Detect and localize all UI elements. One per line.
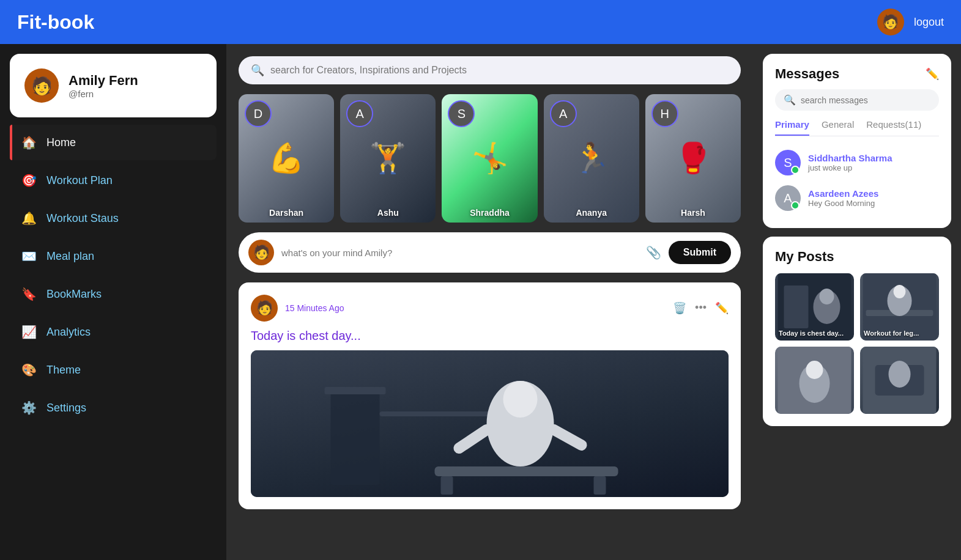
theme-icon: 🎨 bbox=[21, 362, 37, 378]
sidebar-item-label: BookMarks bbox=[46, 288, 102, 301]
my-post-label-2: Workout for leg... bbox=[864, 330, 935, 337]
profile-avatar: 🧑 bbox=[24, 68, 59, 103]
search-bar[interactable]: 🔍 bbox=[239, 56, 741, 84]
svg-point-13 bbox=[820, 289, 834, 304]
gym-illustration bbox=[251, 350, 729, 497]
workout-plan-icon: 🎯 bbox=[21, 172, 37, 188]
message-info-siddhartha: Siddhartha Sharma just woke up bbox=[808, 153, 939, 172]
creator-card-ashu[interactable]: 🏋️ A Ashu bbox=[340, 94, 436, 223]
edit-icon[interactable]: ✏️ bbox=[715, 301, 729, 315]
sidebar-item-meal-plan[interactable]: ✉️ Meal plan bbox=[10, 238, 217, 274]
sidebar-item-workout-status[interactable]: 🔔 Workout Staus bbox=[10, 201, 217, 236]
message-name-siddhartha: Siddhartha Sharma bbox=[808, 153, 939, 163]
svg-point-20 bbox=[806, 361, 823, 379]
svg-rect-11 bbox=[784, 286, 809, 328]
messages-header: Messages ✏️ bbox=[775, 66, 939, 82]
profile-handle: @fern bbox=[69, 89, 138, 99]
message-avatar-asardeen: A bbox=[775, 185, 801, 211]
creator-name-ashu: Ashu bbox=[340, 208, 436, 218]
svg-point-23 bbox=[889, 361, 911, 388]
post-card-meta: 15 Minutes Ago bbox=[285, 303, 666, 313]
my-post-thumb-2[interactable]: Workout for leg... bbox=[860, 273, 939, 341]
messages-edit-icon[interactable]: ✏️ bbox=[926, 67, 939, 81]
creators-row: 💪 D Darshan 🏋️ A Ashu 🤸 S Shraddha 🏃 A A… bbox=[239, 94, 741, 223]
tab-primary[interactable]: Primary bbox=[775, 119, 809, 136]
logout-button[interactable]: logout bbox=[914, 16, 944, 29]
sidebar-item-theme[interactable]: 🎨 Theme bbox=[10, 352, 217, 388]
messages-card: Messages ✏️ 🔍 Primary General Requests(1… bbox=[763, 54, 951, 228]
profile-info: Amily Fern @fern bbox=[69, 73, 138, 99]
messages-search[interactable]: 🔍 bbox=[775, 89, 939, 111]
creator-avatar-harsh: H bbox=[651, 100, 678, 127]
top-nav-right: 🧑 logout bbox=[877, 9, 944, 35]
top-nav: Fit-book 🧑 logout bbox=[0, 0, 961, 44]
messages-title: Messages bbox=[775, 66, 839, 82]
creator-name-shraddha: Shraddha bbox=[442, 208, 537, 218]
svg-rect-0 bbox=[331, 387, 380, 485]
sidebar-item-label: Meal plan bbox=[46, 250, 94, 263]
submit-button[interactable]: Submit bbox=[669, 241, 731, 264]
post-time: 15 Minutes Ago bbox=[285, 303, 666, 313]
creator-avatar-ashu: A bbox=[346, 100, 373, 127]
svg-rect-9 bbox=[594, 476, 606, 495]
app-logo: Fit-book bbox=[17, 11, 94, 34]
my-post-thumb-3[interactable] bbox=[775, 347, 854, 414]
creator-card-darshan[interactable]: 💪 D Darshan bbox=[239, 94, 334, 223]
post-user-avatar: 🧑 bbox=[248, 240, 274, 265]
message-item-asardeen[interactable]: A Asardeen Azees Hey Good Morning bbox=[775, 180, 939, 216]
profile-name: Amily Fern bbox=[69, 73, 138, 89]
delete-icon[interactable]: 🗑️ bbox=[673, 301, 686, 315]
attach-icon[interactable]: 📎 bbox=[646, 245, 661, 260]
my-post-label-1: Today is chest day... bbox=[779, 330, 850, 337]
svg-rect-2 bbox=[380, 411, 502, 416]
creator-card-harsh[interactable]: 🥊 H Harsh bbox=[645, 94, 741, 223]
tab-general[interactable]: General bbox=[822, 119, 854, 136]
sidebar-item-analytics[interactable]: 📈 Analytics bbox=[10, 314, 217, 350]
creator-name-darshan: Darshan bbox=[239, 208, 334, 218]
creator-card-ananya[interactable]: 🏃 A Ananya bbox=[544, 94, 639, 223]
center-panel: 🔍 💪 D Darshan 🏋️ A Ashu 🤸 S Shraddha 🏃 bbox=[226, 44, 753, 560]
search-icon: 🔍 bbox=[251, 64, 264, 77]
post-gym-img-4 bbox=[860, 347, 939, 414]
my-posts-title: My Posts bbox=[775, 249, 939, 265]
sidebar-item-bookmarks[interactable]: 🔖 BookMarks bbox=[10, 276, 217, 312]
avatar[interactable]: 🧑 bbox=[877, 9, 904, 35]
post-card-avatar: 🧑 bbox=[251, 295, 278, 322]
sidebar-item-label: Workout Staus bbox=[46, 212, 119, 225]
creator-avatar-ananya: A bbox=[550, 100, 577, 127]
post-title: Today is chest day... bbox=[251, 329, 729, 343]
message-name-asardeen: Asardeen Azees bbox=[808, 188, 939, 199]
svg-line-5 bbox=[459, 430, 487, 448]
creator-name-harsh: Harsh bbox=[645, 208, 741, 218]
svg-point-4 bbox=[503, 381, 538, 418]
settings-icon: ⚙️ bbox=[21, 400, 37, 416]
sidebar-item-settings[interactable]: ⚙️ Settings bbox=[10, 390, 217, 426]
my-post-thumb-1[interactable]: Today is chest day... bbox=[775, 273, 854, 341]
post-gym-img-3 bbox=[775, 347, 854, 414]
right-panel: Messages ✏️ 🔍 Primary General Requests(1… bbox=[753, 44, 961, 560]
sidebar-item-label: Theme bbox=[46, 364, 81, 377]
more-icon[interactable]: ••• bbox=[695, 301, 707, 315]
sidebar-item-label: Settings bbox=[46, 402, 86, 414]
my-posts-card: My Posts Today is chest day... bbox=[763, 237, 951, 426]
posts-grid: Today is chest day... Workout for leg... bbox=[775, 273, 939, 414]
message-info-asardeen: Asardeen Azees Hey Good Morning bbox=[808, 188, 939, 208]
tab-requests[interactable]: Requests(11) bbox=[866, 119, 921, 136]
sidebar-item-home[interactable]: 🏠 Home bbox=[10, 125, 217, 160]
workout-status-icon: 🔔 bbox=[21, 210, 37, 226]
svg-point-17 bbox=[894, 285, 906, 298]
svg-rect-1 bbox=[325, 387, 386, 394]
home-icon: 🏠 bbox=[21, 134, 37, 150]
message-item-siddhartha[interactable]: S Siddhartha Sharma just woke up bbox=[775, 145, 939, 180]
post-input-area: 🧑 📎 Submit bbox=[239, 232, 741, 273]
my-post-thumb-4[interactable] bbox=[860, 347, 939, 414]
messages-search-input[interactable] bbox=[801, 95, 930, 105]
message-avatar-siddhartha: S bbox=[775, 150, 801, 175]
messages-tabs: Primary General Requests(11) bbox=[775, 119, 939, 136]
post-input[interactable] bbox=[281, 248, 639, 258]
analytics-icon: 📈 bbox=[21, 324, 37, 340]
post-card: 🧑 15 Minutes Ago 🗑️ ••• ✏️ Today is ches… bbox=[239, 282, 741, 509]
sidebar-item-workout-plan[interactable]: 🎯 Workout Plan bbox=[10, 163, 217, 198]
creator-card-shraddha[interactable]: 🤸 S Shraddha bbox=[442, 94, 537, 223]
search-input[interactable] bbox=[270, 65, 729, 76]
